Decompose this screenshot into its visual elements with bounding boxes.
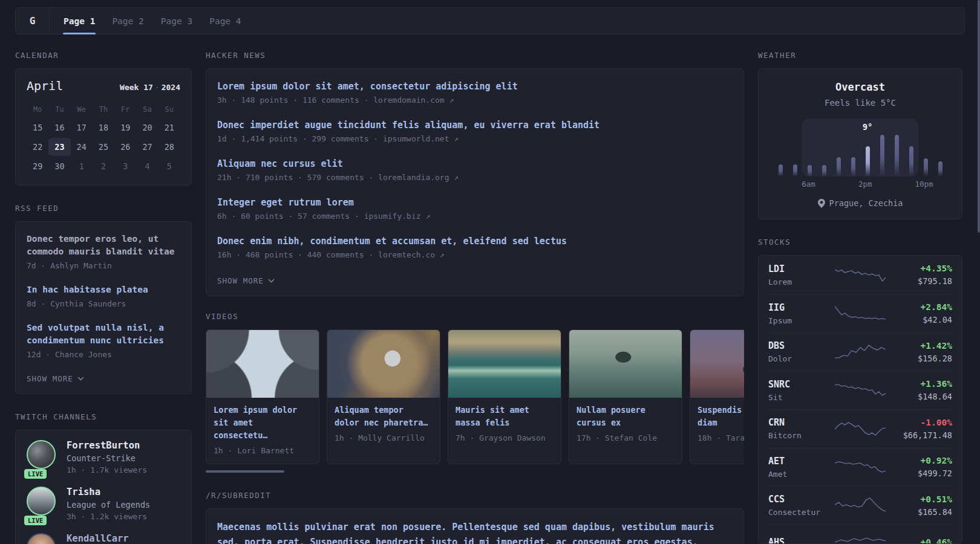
stock-name: Sit [768, 393, 832, 402]
videos-section-title: VIDEOS [206, 312, 744, 321]
video-card[interactable]: Mauris sit amet massa felis 7h · Grayson… [448, 329, 561, 464]
location-pin-icon [818, 199, 825, 208]
dow-label: Fr [114, 102, 136, 117]
hn-item-domain[interactable]: loremtech.co [378, 250, 435, 259]
subreddit-post-title[interactable]: Maecenas mollis pulvinar erat non posuer… [217, 520, 733, 544]
rss-item-title[interactable]: In hac habitasse platea [27, 283, 180, 296]
stock-price: $42.04 [888, 315, 952, 325]
video-card[interactable]: Suspendis diam 18h · Tara [690, 329, 744, 464]
stock-row[interactable]: CCSConsectetur +0.51%$165.84 [768, 486, 952, 525]
stock-name: Dolor [768, 354, 832, 363]
hn-item-title[interactable]: Aliquam nec cursus elit [217, 158, 733, 169]
hn-item: Aliquam nec cursus elit 21h · 710 points… [217, 158, 733, 182]
video-meta: 7h · Grayson Dawson [456, 433, 554, 442]
stock-change: +1.36% [888, 379, 952, 389]
video-thumbnail [690, 330, 744, 398]
stock-row[interactable]: DBSDolor +1.42%$156.28 [768, 332, 952, 371]
stock-row[interactable]: AHS +0.46% [768, 525, 952, 544]
twitch-channel-name[interactable]: ForrestBurton [67, 440, 147, 451]
subreddit-widget: Maecenas mollis pulvinar erat non posuer… [206, 508, 744, 544]
topbar: G Page 1 Page 2 Page 3 Page 4 [15, 7, 965, 34]
external-link-icon: ↗ [440, 250, 445, 259]
chevron-down-icon [77, 377, 84, 381]
video-meta: 18h · Tara [697, 433, 744, 442]
tab-page-4[interactable]: Page 4 [209, 8, 241, 34]
stock-row[interactable]: AETAmet +0.92%$499.72 [768, 448, 952, 487]
dow-label: Th [93, 102, 114, 117]
hn-item-meta: 1d · 1,414 points · 299 comments · ipsum… [217, 134, 733, 143]
video-title[interactable]: Mauris sit amet massa felis [456, 404, 554, 429]
video-title[interactable]: Suspendis diam [697, 404, 744, 429]
hn-item-domain[interactable]: loremlandia.org [378, 173, 449, 182]
calendar-month: April [27, 79, 63, 93]
video-card[interactable]: Nullam posuere cursus ex 17h · Stefan Co… [569, 329, 682, 464]
calendar-day: 16 [48, 118, 70, 137]
page-scrollbar-thumb[interactable] [978, 0, 980, 233]
stock-symbol: SNRC [768, 379, 832, 390]
rss-item-title[interactable]: Donec tempor eros leo, ut commodo mauris… [27, 233, 180, 258]
calendar-section: CALENDAR April Week 17·2024 Mo Tu We Th … [15, 51, 192, 186]
hn-meta-text: 16h · 468 points · 440 comments · [217, 250, 378, 259]
app-logo: G [16, 8, 50, 34]
stock-row[interactable]: LDILorem +4.35%$795.18 [768, 256, 952, 294]
dow-label: Mo [27, 102, 48, 117]
stock-row[interactable]: SNRCSit +1.36%$148.64 [768, 371, 952, 410]
stock-name: Amet [768, 470, 832, 479]
video-meta: 17h · Stefan Cole [577, 433, 675, 442]
stock-row[interactable]: CRNBitcorn -1.00%$66,171.48 [768, 409, 952, 448]
calendar-day: 25 [93, 138, 114, 156]
rss-item-meta: 8d · Cynthia Saunders [27, 299, 180, 308]
avatar [27, 440, 56, 469]
calendar-grid: Mo Tu We Th Fr Sa Su 15 16 17 18 19 20 2… [27, 102, 180, 175]
hn-show-more-button[interactable]: SHOW MORE [217, 276, 275, 285]
twitch-channel-row[interactable]: KendallCarr [27, 533, 180, 544]
video-title[interactable]: Nullam posuere cursus ex [577, 404, 675, 429]
stock-symbol: AET [768, 456, 832, 467]
stock-sparkline [835, 305, 886, 323]
hn-meta-text: 1d · 1,414 points · 299 comments · [217, 134, 383, 143]
rss-show-more-button[interactable]: SHOW MORE [27, 374, 84, 383]
hn-item-title[interactable]: Donec enim nibh, condimentum et accumsan… [217, 236, 733, 247]
hn-item-domain[interactable]: ipsumify.biz [364, 212, 421, 221]
rss-section: RSS FEED Donec tempor eros leo, ut commo… [15, 204, 192, 394]
stock-sparkline [835, 419, 886, 438]
hn-meta-text: 6h · 60 points · 57 comments · [217, 212, 364, 221]
video-card[interactable]: Lorem ipsum dolor sit amet consectetu… 1… [206, 329, 319, 464]
rss-item-title[interactable]: Sed volutpat nulla nisl, a condimentum n… [27, 322, 180, 347]
stock-row[interactable]: IIGIpsum +2.84%$42.04 [768, 294, 952, 333]
twitch-channel-row[interactable]: LIVE Trisha League of Legends 3h · 1.2k … [27, 487, 180, 521]
twitch-channel-name[interactable]: Trisha [67, 487, 150, 497]
video-title[interactable]: Lorem ipsum dolor sit amet consectetu… [214, 404, 312, 442]
dow-label: We [71, 102, 93, 117]
stock-sparkline [835, 266, 886, 284]
hn-item: Donec imperdiet augue tincidunt felis al… [217, 120, 733, 143]
hn-item-title[interactable]: Donec imperdiet augue tincidunt felis al… [217, 120, 733, 131]
videos-section: VIDEOS Lorem ipsum dolor sit amet consec… [206, 312, 744, 473]
hn-item-title[interactable]: Lorem ipsum dolor sit amet, consectetur … [217, 81, 733, 92]
video-thumbnail [569, 330, 682, 398]
calendar-day: 20 [136, 118, 158, 137]
weather-bar [938, 161, 942, 176]
hn-item-domain[interactable]: ipsumworld.net [383, 134, 449, 143]
stock-price: $165.84 [888, 507, 952, 517]
hn-item-domain[interactable]: loremdomain.com [373, 96, 444, 105]
hn-item-title[interactable]: Integer eget rutrum lorem [217, 197, 733, 208]
middle-column: HACKER NEWS Lorem ipsum dolor sit amet, … [206, 51, 744, 544]
weather-time-label: 10pm [915, 180, 933, 189]
hn-meta-text: 21h · 710 points · 579 comments · [217, 173, 378, 182]
video-carousel-scrollbar[interactable] [206, 470, 284, 473]
calendar-day-next-month: 5 [158, 157, 180, 175]
tab-page-1[interactable]: Page 1 [63, 8, 96, 34]
twitch-channel-row[interactable]: LIVE ForrestBurton Counter-Strike 1h · 1… [27, 440, 180, 474]
calendar-day-next-month: 3 [114, 157, 136, 175]
calendar-day: 22 [27, 138, 48, 156]
rss-item: Donec tempor eros leo, ut commodo mauris… [27, 233, 180, 270]
video-card[interactable]: Aliquam tempor dolor nec pharetra… 1h · … [327, 329, 440, 464]
twitch-channel-name[interactable]: KendallCarr [67, 533, 129, 544]
tab-page-3[interactable]: Page 3 [160, 8, 193, 34]
video-title[interactable]: Aliquam tempor dolor nec pharetra… [335, 404, 433, 429]
tab-page-2[interactable]: Page 2 [111, 8, 144, 34]
stock-price: $148.64 [888, 392, 952, 401]
video-thumbnail [448, 330, 561, 398]
rss-section-title: RSS FEED [15, 204, 192, 213]
